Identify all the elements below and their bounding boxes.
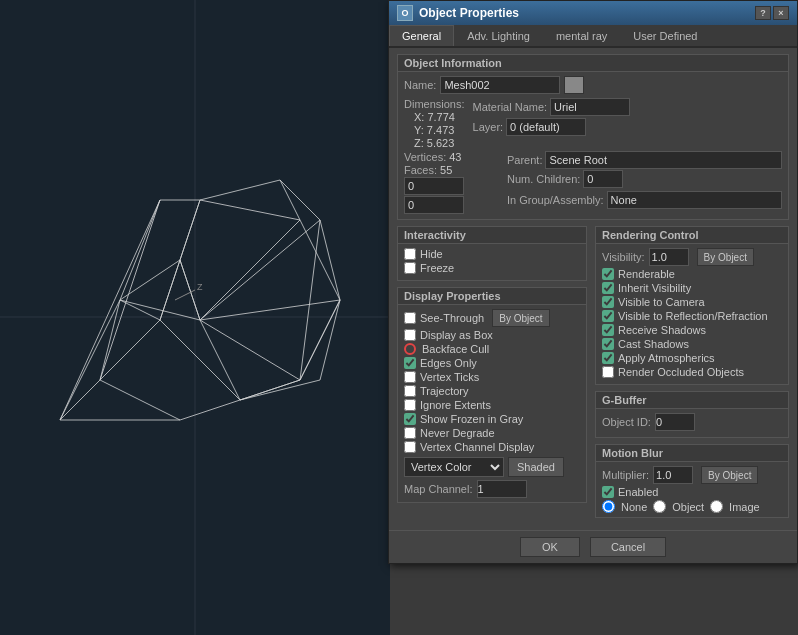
interactivity-title: Interactivity xyxy=(398,227,586,244)
close-button[interactable]: × xyxy=(773,6,789,20)
material-label: Material Name: xyxy=(473,101,548,113)
multiplier-label: Multiplier: xyxy=(602,469,649,481)
rendering-by-object-button[interactable]: By Object xyxy=(697,248,754,266)
inherit-visibility-label: Inherit Visibility xyxy=(618,282,691,294)
dialog-titlebar: O Object Properties ? × xyxy=(389,1,797,25)
extra-input1[interactable] xyxy=(404,177,464,195)
show-frozen-checkbox[interactable] xyxy=(404,413,416,425)
render-occluded-row: Render Occluded Objects xyxy=(602,366,782,378)
visible-reflection-row: Visible to Reflection/Refraction xyxy=(602,310,782,322)
ok-button[interactable]: OK xyxy=(520,537,580,557)
motion-by-object-button[interactable]: By Object xyxy=(701,466,758,484)
name-row: Name: xyxy=(404,76,782,94)
motion-blur-title: Motion Blur xyxy=(596,445,788,462)
vertex-ticks-checkbox[interactable] xyxy=(404,371,416,383)
shaded-button[interactable]: Shaded xyxy=(508,457,564,477)
render-occluded-checkbox[interactable] xyxy=(602,366,614,378)
receive-shadows-checkbox[interactable] xyxy=(602,324,614,336)
freeze-checkbox[interactable] xyxy=(404,262,416,274)
renderable-checkbox[interactable] xyxy=(602,268,614,280)
extra-input2[interactable] xyxy=(404,196,464,214)
visibility-input[interactable] xyxy=(649,248,689,266)
display-title: Display Properties xyxy=(398,288,586,305)
group-label: In Group/Assembly: xyxy=(507,194,604,206)
see-through-row: See-Through By Object xyxy=(404,309,580,327)
display-section: Display Properties See-Through By Object… xyxy=(397,287,587,503)
see-through-checkbox[interactable] xyxy=(404,312,416,324)
map-channel-input[interactable] xyxy=(477,480,527,498)
vertex-channel-checkbox[interactable] xyxy=(404,441,416,453)
motion-blur-section: Motion Blur Multiplier: By Object Enable… xyxy=(595,444,789,518)
object-properties-dialog: O Object Properties ? × General Adv. Lig… xyxy=(388,0,798,564)
tab-bar: General Adv. Lighting mental ray User De… xyxy=(389,25,797,48)
tab-adv-lighting[interactable]: Adv. Lighting xyxy=(454,25,543,46)
name-input[interactable] xyxy=(440,76,560,94)
bottom-bar: OK Cancel xyxy=(389,530,797,563)
tab-general[interactable]: General xyxy=(389,25,454,46)
material-input[interactable] xyxy=(550,98,630,116)
never-degrade-checkbox[interactable] xyxy=(404,427,416,439)
rendering-title: Rendering Control xyxy=(596,227,788,244)
apply-atmos-label: Apply Atmospherics xyxy=(618,352,715,364)
object-label: Object xyxy=(672,501,704,513)
trajectory-row: Trajectory xyxy=(404,385,580,397)
show-frozen-row: Show Frozen in Gray xyxy=(404,413,580,425)
visible-reflection-label: Visible to Reflection/Refraction xyxy=(618,310,768,322)
vertices-value: 43 xyxy=(449,151,461,163)
display-box-checkbox[interactable] xyxy=(404,329,416,341)
display-box-row: Display as Box xyxy=(404,329,580,341)
renderable-label: Renderable xyxy=(618,268,675,280)
cancel-button[interactable]: Cancel xyxy=(590,537,666,557)
visible-camera-label: Visible to Camera xyxy=(618,296,705,308)
num-children-label: Num. Children: xyxy=(507,173,580,185)
hide-checkbox[interactable] xyxy=(404,248,416,260)
visible-camera-checkbox[interactable] xyxy=(602,296,614,308)
trajectory-checkbox[interactable] xyxy=(404,385,416,397)
vertex-ticks-label: Vertex Ticks xyxy=(420,371,479,383)
parent-input[interactable] xyxy=(545,151,782,169)
none-label: None xyxy=(621,501,647,513)
object-id-input[interactable] xyxy=(655,413,695,431)
tab-mental-ray[interactable]: mental ray xyxy=(543,25,620,46)
num-children-input[interactable] xyxy=(583,170,623,188)
receive-shadows-row: Receive Shadows xyxy=(602,324,782,336)
by-object-button[interactable]: By Object xyxy=(492,309,549,327)
map-channel-row: Map Channel: xyxy=(404,480,580,498)
edges-only-row: Edges Only xyxy=(404,357,580,369)
image-radio[interactable] xyxy=(710,500,723,513)
name-label: Name: xyxy=(404,79,436,91)
layer-input[interactable] xyxy=(506,118,586,136)
gbuffer-section: G-Buffer Object ID: xyxy=(595,391,789,438)
dialog-title: Object Properties xyxy=(419,6,519,20)
dim-x: X: 7.774 xyxy=(414,111,465,123)
enabled-row: Enabled xyxy=(602,486,782,498)
dimensions-label-row: Dimensions: xyxy=(404,98,465,110)
object-radio[interactable] xyxy=(653,500,666,513)
visible-camera-row: Visible to Camera xyxy=(602,296,782,308)
ignore-extents-label: Ignore Extents xyxy=(420,399,491,411)
help-button[interactable]: ? xyxy=(755,6,771,20)
dim-z: Z: 5.623 xyxy=(414,137,465,149)
apply-atmos-checkbox[interactable] xyxy=(602,352,614,364)
visibility-row: Visibility: By Object xyxy=(602,248,782,266)
dim-label: Dimensions: xyxy=(404,98,465,110)
multiplier-input[interactable] xyxy=(653,466,693,484)
ignore-extents-checkbox[interactable] xyxy=(404,399,416,411)
freeze-row: Freeze xyxy=(404,262,580,274)
inherit-visibility-checkbox[interactable] xyxy=(602,282,614,294)
tab-user-defined[interactable]: User Defined xyxy=(620,25,710,46)
none-radio[interactable] xyxy=(602,500,615,513)
parent-label: Parent: xyxy=(507,154,542,166)
vertex-color-dropdown[interactable]: Vertex Color xyxy=(404,457,504,477)
color-swatch[interactable] xyxy=(564,76,584,94)
group-input[interactable] xyxy=(607,191,782,209)
cast-shadows-checkbox[interactable] xyxy=(602,338,614,350)
gbuffer-title: G-Buffer xyxy=(596,392,788,409)
backface-cull-indicator xyxy=(404,343,416,355)
blur-type-row: None Object Image xyxy=(602,500,782,513)
enabled-checkbox[interactable] xyxy=(602,486,614,498)
show-frozen-label: Show Frozen in Gray xyxy=(420,413,523,425)
edges-only-checkbox[interactable] xyxy=(404,357,416,369)
layer-label: Layer: xyxy=(473,121,504,133)
visible-reflection-checkbox[interactable] xyxy=(602,310,614,322)
